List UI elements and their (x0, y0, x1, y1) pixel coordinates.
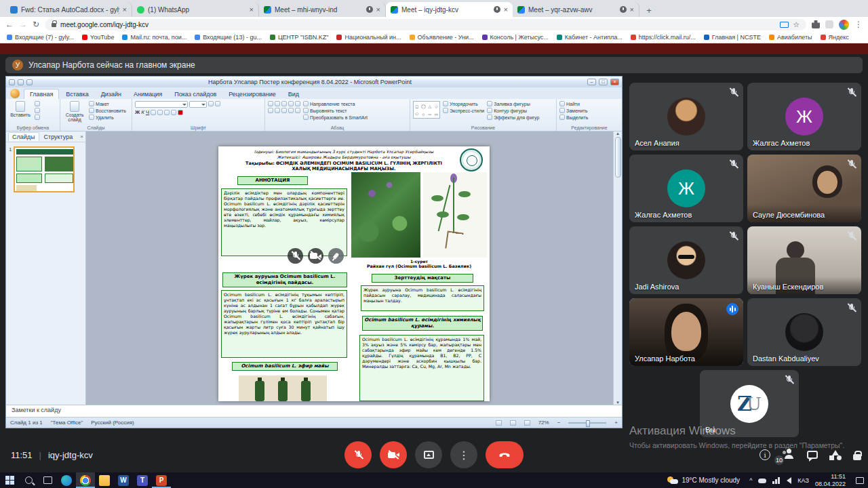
taskbar-chrome[interactable] (76, 472, 95, 488)
indent-more-icon[interactable] (288, 101, 294, 106)
ribbon-tab-review[interactable]: Рецензирование (223, 89, 281, 99)
tab-close-icon[interactable]: × (123, 5, 127, 14)
undo-icon[interactable] (18, 79, 24, 85)
shapes-gallery[interactable]: ◻◯△◇⬭☆⇨▭ (413, 101, 440, 119)
bookmark-item[interactable]: https://click.mail.ru/... (631, 34, 696, 41)
participant-tile-self[interactable]: ZU Вы (700, 370, 799, 437)
smartart-button[interactable]: Преобразовать в SmartArt (303, 115, 368, 120)
address-bar[interactable]: meet.google.com/iqy-jdtg-kcv ☆ (45, 19, 806, 30)
cut-icon[interactable] (35, 101, 40, 106)
italic-button[interactable]: К (141, 109, 144, 115)
more-options-button[interactable]: ⋮ (450, 441, 477, 468)
participant-tile[interactable]: Ж Жалгас Ахметов (629, 155, 743, 222)
reset-button[interactable]: Восстановить (89, 108, 126, 113)
participant-tile[interactable]: Асел Анапия (629, 83, 743, 150)
ribbon-tab-view[interactable]: Вид (283, 89, 304, 99)
char-spacing-icon[interactable] (164, 110, 170, 115)
bookmark-star-icon[interactable]: ☆ (793, 20, 800, 29)
taskbar-word[interactable]: W (114, 472, 133, 488)
present-button[interactable] (415, 441, 442, 468)
panel-close-icon[interactable]: × (80, 134, 83, 140)
volume-icon[interactable] (787, 477, 791, 484)
ribbon-tab-slideshow[interactable]: Показ слайдов (169, 89, 222, 99)
scroll-up-icon[interactable]: ▲ (616, 131, 620, 136)
slideshow-view-icon[interactable] (524, 420, 530, 426)
host-controls-button[interactable] (853, 454, 861, 460)
network-icon[interactable] (772, 477, 781, 484)
bookmark-item[interactable]: Главная | NCSTE (704, 34, 761, 41)
participants-button[interactable]: 10 (782, 449, 795, 462)
participant-tile[interactable]: Куаныш Ескендиров (747, 226, 861, 294)
slide-canvas[interactable]: Ізденуші: Биология мамандығының 3 курс с… (218, 146, 490, 401)
slide-sorter-icon[interactable] (510, 420, 516, 426)
ppt-notes-pane[interactable]: Заметки к слайду (6, 405, 622, 417)
replace-button[interactable]: Заменить (559, 108, 588, 113)
action-center-icon[interactable] (856, 477, 864, 484)
line-spacing-icon[interactable] (295, 101, 300, 106)
grow-font-icon[interactable] (208, 101, 214, 106)
overlay-pin-button[interactable] (328, 248, 344, 264)
close-button[interactable]: × (610, 79, 619, 85)
bold-button[interactable]: Ж (135, 109, 140, 115)
bookmark-item[interactable]: Авиабилеты (769, 34, 812, 41)
text-direction-button[interactable]: Направление текста (303, 101, 368, 106)
start-button[interactable] (0, 472, 19, 488)
find-button[interactable]: Найти (559, 101, 588, 106)
ppt-titlebar[interactable]: Нарбота Улсапар Постер конференция 8.04.… (6, 77, 622, 87)
forward-button[interactable]: → (19, 20, 27, 28)
zoom-in-icon[interactable]: + (614, 420, 618, 426)
extensions-icon[interactable] (812, 20, 820, 28)
tab-meet-1[interactable]: Meet – mhi-wnyv-ind × (259, 2, 386, 17)
weather-widget[interactable]: 19°C Mostly cloudy (667, 476, 740, 485)
participant-tile[interactable]: Jadi Ashirova (629, 226, 743, 294)
back-button[interactable]: ← (5, 20, 14, 28)
bookmark-item[interactable]: Входящие (13) - gu... (195, 34, 262, 41)
scroll-thumb[interactable] (615, 137, 621, 178)
office-button[interactable] (10, 89, 20, 98)
tab-meet-3[interactable]: Meet – yqr-azvw-awv × (513, 2, 639, 17)
taskbar-clock[interactable]: 11:51 08.04.2022 (815, 473, 846, 487)
zoom-out-icon[interactable]: − (557, 420, 561, 426)
bookmark-item[interactable]: YouTube (82, 34, 114, 41)
bookmark-item[interactable]: Mail.ru: почта, пои... (122, 34, 186, 41)
maximize-button[interactable]: □ (599, 79, 608, 85)
bookmark-item[interactable]: Яндекс (821, 34, 849, 41)
tab-meet-active[interactable]: Meet – iqy-jdtg-kcv × (386, 2, 513, 17)
select-button[interactable]: Выделить (559, 115, 588, 120)
bookmark-item[interactable]: Входящие (7) - gyly... (7, 34, 74, 41)
shape-fill-button[interactable]: Заливка фигуры (487, 101, 539, 106)
layout-button[interactable]: Макет (89, 101, 126, 106)
justify-icon[interactable] (288, 108, 294, 113)
align-right-icon[interactable] (281, 108, 287, 113)
taskbar-teams[interactable]: T (133, 472, 152, 488)
language-indicator[interactable]: КАЗ (797, 477, 809, 484)
ribbon-tab-design[interactable]: Дизайн (96, 89, 127, 99)
participant-tile-speaking[interactable]: Улсапар Нарбота (629, 298, 743, 366)
numbering-icon[interactable] (275, 101, 280, 106)
bookmark-item[interactable]: Объявление - Уни... (410, 34, 474, 41)
overlay-cam-off-button[interactable] (308, 248, 323, 264)
meeting-details-button[interactable]: i (760, 449, 770, 460)
bullets-icon[interactable] (268, 101, 273, 106)
taskbar-explorer[interactable] (95, 472, 114, 488)
search-button[interactable] (19, 472, 38, 488)
hidden-icons-button[interactable]: ^ (749, 477, 752, 484)
taskbar-powerpoint[interactable]: P (152, 472, 171, 488)
ribbon-tab-home[interactable]: Главная (24, 89, 59, 99)
tab-whatsapp[interactable]: (1) WhatsApp × (132, 2, 259, 17)
tab-autocad[interactable]: Fwd: Статья AutoCad.docx - gyly × (5, 2, 132, 17)
paste-button[interactable]: Вставить (9, 101, 32, 117)
columns-icon[interactable] (295, 108, 300, 113)
mic-toggle-button[interactable] (344, 441, 372, 468)
new-tab-button[interactable]: + (642, 3, 656, 17)
align-center-icon[interactable] (275, 108, 280, 113)
cloud-tray-icon[interactable] (758, 479, 766, 483)
panel-tab-slides[interactable]: Слайды (8, 132, 39, 141)
delete-button[interactable]: Удалить (89, 115, 126, 120)
participant-tile[interactable]: Сауле Дюсембинова (747, 155, 861, 222)
activities-button[interactable] (829, 450, 842, 460)
panel-tab-outline[interactable]: Структура (41, 133, 77, 141)
text-shadow-icon[interactable] (157, 110, 163, 115)
underline-button[interactable]: Ч (146, 109, 149, 115)
shape-effects-button[interactable]: Эффекты для фигур (487, 115, 539, 120)
